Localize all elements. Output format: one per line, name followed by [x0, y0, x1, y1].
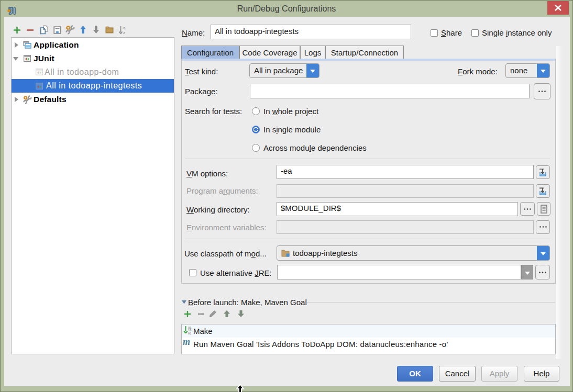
svg-text:a: a	[123, 26, 126, 30]
svg-text:z: z	[123, 30, 125, 35]
svg-text:01: 01	[188, 332, 191, 335]
